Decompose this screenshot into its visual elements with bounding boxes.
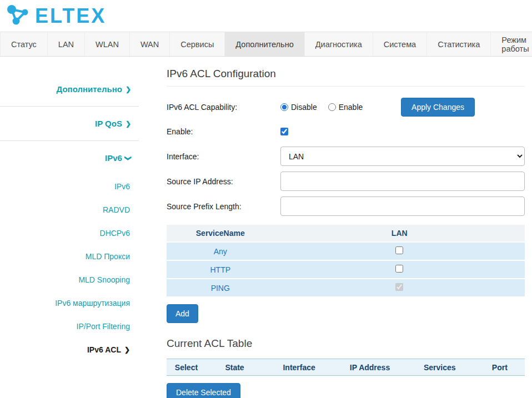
table-row: PING [167, 279, 525, 296]
sidebar-group-ipv6[interactable]: IPv6 ❯ [0, 141, 139, 175]
sidebar-group-ipv6-label: IPv6 [105, 153, 122, 163]
interface-label: Interface: [167, 152, 280, 161]
source-prefix-label: Source Prefix Length: [167, 202, 280, 211]
source-ip-input[interactable] [280, 172, 525, 191]
sidebar-item-label: IPv6 маршрутизация [55, 299, 130, 308]
sidebar-item-label: IPv6 ACL [87, 345, 121, 354]
brand-name: ELTEX [35, 6, 106, 26]
port-header: Port [475, 359, 525, 376]
capability-disable-label: Disable [291, 103, 317, 112]
tab-system[interactable]: Система [373, 32, 427, 56]
capability-row: IPv6 ACL Capability: Disable Enable Appl… [167, 98, 525, 117]
select-header: Select [167, 359, 206, 376]
tab-diagnostics[interactable]: Диагностика [305, 32, 373, 56]
table-row: Any [167, 243, 525, 260]
tab-additional[interactable]: Дополнительно [225, 32, 304, 56]
tab-work-mode[interactable]: Режим работы [491, 32, 532, 56]
service-name-cell: Any [167, 243, 274, 260]
lan-header: LAN [274, 225, 525, 241]
sidebar-group-ip-qos-label: IP QoS [95, 119, 122, 128]
sidebar-item-label: IP/Port Filtering [77, 322, 130, 331]
capability-radio-group: Disable Enable [280, 103, 363, 112]
sidebar-group-ip-qos[interactable]: IP QoS ❯ [0, 107, 139, 140]
sidebar-group-additional-label: Дополнительно [57, 84, 122, 94]
tab-wlan[interactable]: WLAN [85, 32, 130, 56]
ip-address-header: IP Address [335, 359, 405, 376]
sidebar-item-label: DHCPv6 [100, 229, 130, 238]
source-prefix-row: Source Prefix Length: [167, 197, 525, 216]
sidebar-item-label: IPv6 [114, 182, 130, 191]
sidebar-item-label: RADVD [103, 205, 130, 214]
enable-label: Enable: [167, 127, 280, 136]
tab-wan[interactable]: WAN [130, 32, 170, 56]
enable-row: Enable: [167, 122, 525, 141]
capability-disable-radio[interactable] [280, 103, 288, 111]
sidebar-item-ipv6-routing[interactable]: IPv6 маршрутизация [0, 291, 139, 315]
interface-row: Interface: LAN [167, 147, 525, 166]
sidebar-item-ip-port-filtering[interactable]: IP/Port Filtering [0, 315, 139, 338]
acl-table-title: Current ACL Table [167, 337, 525, 350]
service-table: ServiceName LAN Any HTTP PING [167, 224, 525, 298]
service-any-checkbox[interactable] [395, 246, 403, 254]
service-ping-checkbox [395, 283, 403, 291]
enable-checkbox[interactable] [280, 128, 288, 135]
sidebar: Дополнительно ❯ IP QoS ❯ IPv6 ❯ IPv6 RAD… [0, 57, 139, 398]
tab-status[interactable]: Статус [0, 32, 48, 56]
sidebar-item-mld-snooping[interactable]: MLD Snooping [0, 268, 139, 291]
sidebar-item-radvd[interactable]: RADVD [0, 198, 139, 221]
content-area: Дополнительно ❯ IP QoS ❯ IPv6 ❯ IPv6 RAD… [0, 57, 532, 398]
apply-changes-button[interactable]: Apply Changes [401, 98, 475, 117]
page-title: IPv6 ACL Configuration [167, 68, 525, 87]
eltex-molecule-icon [6, 3, 31, 29]
header: ELTEX [0, 0, 532, 32]
service-http-checkbox[interactable] [395, 265, 403, 273]
capability-enable-radio[interactable] [328, 103, 336, 111]
tab-statistics[interactable]: Статистика [427, 32, 491, 56]
capability-label: IPv6 ACL Capability: [167, 103, 280, 112]
services-header: Services [405, 359, 475, 376]
tab-lan[interactable]: LAN [48, 32, 85, 56]
current-acl-table: Select State Interface IP Address Servic… [167, 359, 525, 376]
service-name-cell: PING [167, 279, 274, 296]
acl-table-header-row: Select State Interface IP Address Servic… [167, 359, 525, 376]
add-button[interactable]: Add [167, 304, 198, 323]
sidebar-item-label: MLD Прокси [86, 252, 130, 261]
source-ip-row: Source IP Address: [167, 172, 525, 191]
state-header: State [206, 359, 263, 376]
table-row: HTTP [167, 261, 525, 278]
chevron-right-icon: ❯ [126, 120, 131, 128]
sidebar-item-label: MLD Snooping [78, 275, 130, 284]
chevron-right-icon: ❯ [124, 346, 130, 354]
delete-selected-button[interactable]: Delete Selected [167, 383, 240, 398]
main-panel: IPv6 ACL Configuration IPv6 ACL Capabili… [139, 57, 532, 398]
chevron-down-icon: ❯ [124, 155, 132, 160]
sidebar-item-dhcpv6[interactable]: DHCPv6 [0, 221, 139, 245]
eltex-logo: ELTEX [6, 3, 106, 29]
capability-disable-option[interactable]: Disable [280, 103, 317, 112]
service-table-header-row: ServiceName LAN [167, 225, 525, 241]
sidebar-item-ipv6-acl[interactable]: IPv6 ACL ❯ [0, 338, 139, 361]
interface-select[interactable]: LAN [280, 147, 525, 166]
tab-services[interactable]: Сервисы [170, 32, 225, 56]
top-navigation: Статус LAN WLAN WAN Сервисы Дополнительн… [0, 32, 532, 57]
interface-header: Interface [263, 359, 335, 376]
source-ip-label: Source IP Address: [167, 177, 280, 186]
service-name-cell: HTTP [167, 261, 274, 278]
chevron-right-icon: ❯ [126, 85, 131, 93]
capability-enable-label: Enable [339, 103, 363, 112]
sidebar-item-mld-proxy[interactable]: MLD Прокси [0, 245, 139, 268]
service-name-header: ServiceName [167, 225, 274, 241]
sidebar-item-ipv6[interactable]: IPv6 [0, 175, 139, 198]
sidebar-group-additional[interactable]: Дополнительно ❯ [0, 72, 139, 106]
capability-enable-option[interactable]: Enable [328, 103, 363, 112]
source-prefix-input[interactable] [280, 197, 525, 216]
